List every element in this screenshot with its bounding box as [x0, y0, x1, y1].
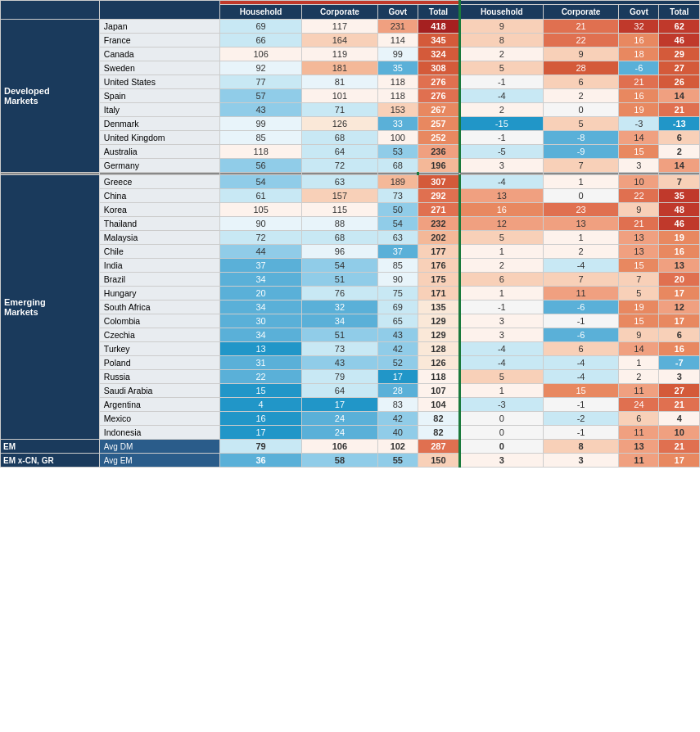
- gdp-cell: 30: [220, 314, 302, 328]
- country-cell: Japan: [99, 20, 219, 34]
- debt-cell: 10: [659, 426, 700, 440]
- gdp-cell: 79: [301, 370, 377, 384]
- gdp-cell: 232: [418, 217, 459, 231]
- avg-gdp-cell: 58: [301, 454, 377, 468]
- debt-cell: 9: [543, 47, 619, 61]
- gdp-cell: 175: [418, 273, 459, 287]
- debt-cell: 15: [619, 145, 659, 159]
- gdp-cell: 164: [301, 34, 377, 47]
- debt-cell: -3: [460, 398, 544, 412]
- debt-cell: 0: [543, 189, 619, 203]
- gdp-cell: 324: [418, 47, 459, 61]
- country-cell: Spain: [99, 89, 219, 103]
- gdp-cell: 118: [377, 89, 418, 103]
- debt-cell: 17: [659, 287, 700, 300]
- country-cell: United States: [99, 75, 219, 89]
- gdp-cell: 252: [418, 131, 459, 145]
- debt-cell: 16: [460, 203, 544, 217]
- gdp-cell: 43: [377, 328, 418, 342]
- debt-cell: 2: [460, 47, 544, 61]
- gdp-cell: 271: [418, 203, 459, 217]
- gdp-cell: 107: [418, 384, 459, 398]
- debt-cell: 5: [460, 370, 544, 384]
- gdp-cell: 104: [418, 398, 459, 412]
- country-cell: Greece: [99, 175, 219, 189]
- gdp-cell: 99: [220, 117, 302, 131]
- gdp-cell: 76: [301, 287, 377, 300]
- debt-cell: 14: [619, 342, 659, 356]
- gdp-cell: 17: [301, 398, 377, 412]
- gdp-cell: 20: [220, 287, 302, 300]
- gdp-cell: 118: [377, 75, 418, 89]
- gdp-cell: 88: [301, 217, 377, 231]
- country-cell: Poland: [99, 356, 219, 370]
- gdp-cell: 64: [301, 384, 377, 398]
- debt-cell: 11: [619, 426, 659, 440]
- debt-cell: -6: [619, 61, 659, 75]
- gdp-cell: 33: [377, 117, 418, 131]
- debt-cell: 7: [543, 159, 619, 173]
- gdp-cell: 34: [220, 328, 302, 342]
- gdp-cell: 24: [301, 426, 377, 440]
- debt-cell: 13: [659, 259, 700, 273]
- gdp-cell: 53: [377, 145, 418, 159]
- debt-cell: 3: [460, 159, 544, 173]
- avg-country-cell: Avg EM: [99, 454, 219, 468]
- debt-cell: 0: [460, 426, 544, 440]
- debt-cell: 12: [659, 300, 700, 314]
- gdp-cell: 4: [220, 398, 302, 412]
- debt-cell: -1: [543, 314, 619, 328]
- debt-cell: 3: [659, 370, 700, 384]
- debt-cell: 2: [543, 245, 619, 259]
- debt-cell: -1: [543, 398, 619, 412]
- country-cell: China: [99, 189, 219, 203]
- gdp-cell: 257: [418, 117, 459, 131]
- gdp-cell: 13: [220, 342, 302, 356]
- emerging-markets-label: Emerging Markets: [1, 175, 100, 440]
- debt-cell: 0: [460, 412, 544, 426]
- debt-cell: 28: [543, 61, 619, 75]
- gdp-cell: 418: [418, 20, 459, 34]
- country-cell: India: [99, 259, 219, 273]
- data-table: Household Corporate Govt Total Household…: [0, 0, 700, 468]
- gdp-cell: 64: [301, 145, 377, 159]
- gdp-cell: 100: [377, 131, 418, 145]
- debt-cell: 6: [460, 273, 544, 287]
- debt-cell: 14: [659, 89, 700, 103]
- debt-cell: 9: [619, 203, 659, 217]
- debt-cell: 6: [659, 328, 700, 342]
- country-cell: Argentina: [99, 398, 219, 412]
- country-cell: Sweden: [99, 61, 219, 75]
- avg-debt-cell: 0: [460, 440, 544, 454]
- gdp-cell: 126: [418, 356, 459, 370]
- debt-cell: 7: [619, 273, 659, 287]
- debt-cell: 1: [543, 231, 619, 245]
- debt-cell: 21: [659, 103, 700, 117]
- country-cell: Korea: [99, 203, 219, 217]
- sub-corporate-debt: Corporate: [543, 5, 619, 20]
- debt-cell: 12: [460, 217, 544, 231]
- gdp-cell: 82: [418, 426, 459, 440]
- avg-gdp-cell: 55: [377, 454, 418, 468]
- debt-cell: 3: [460, 328, 544, 342]
- sub-govt-debt: Govt: [619, 5, 659, 20]
- country-cell: Germany: [99, 159, 219, 173]
- gdp-cell: 177: [418, 245, 459, 259]
- gdp-cell: 28: [377, 384, 418, 398]
- country-cell: France: [99, 34, 219, 47]
- country-cell: Malaysia: [99, 231, 219, 245]
- gdp-cell: 129: [418, 328, 459, 342]
- debt-cell: 1: [460, 245, 544, 259]
- gdp-cell: 119: [301, 47, 377, 61]
- gdp-cell: 72: [301, 159, 377, 173]
- sub-household-gdp: Household: [220, 5, 302, 20]
- country-cell: Turkey: [99, 342, 219, 356]
- debt-cell: 6: [543, 342, 619, 356]
- debt-cell: 5: [619, 287, 659, 300]
- debt-cell: 46: [659, 217, 700, 231]
- avg-gdp-cell: 36: [220, 454, 302, 468]
- debt-cell: 18: [619, 47, 659, 61]
- gdp-cell: 189: [377, 175, 418, 189]
- country-cell: Mexico: [99, 412, 219, 426]
- gdp-cell: 157: [301, 189, 377, 203]
